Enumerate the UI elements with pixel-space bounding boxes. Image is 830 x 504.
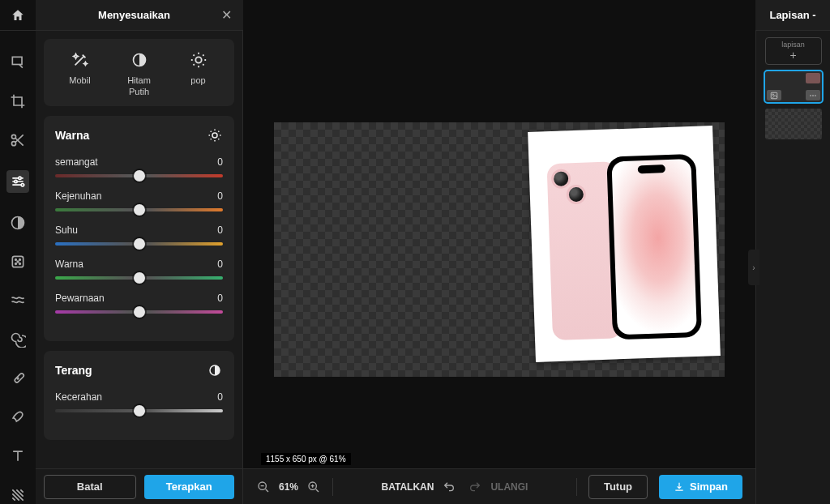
tool-pattern[interactable] — [9, 486, 27, 504]
slider-kecerahan: Kecerahan0 — [55, 391, 223, 412]
panel-title-bar: Menyesuaikan ✕ — [36, 0, 243, 31]
slider-track[interactable] — [55, 310, 223, 314]
redo-icon[interactable] — [468, 480, 482, 494]
svg-point-8 — [15, 259, 17, 261]
apply-button[interactable]: Terapkan — [144, 475, 235, 499]
svg-point-5 — [21, 184, 24, 186]
slider-thumb[interactable] — [134, 204, 145, 216]
layer-thumb-1[interactable] — [765, 71, 822, 102]
wand-icon — [71, 50, 90, 70]
canvas-toolbar: 61% BATALKAN ULANGI Tutup Simpan — [243, 468, 755, 504]
slider-pewarnaan: Pewarnaan0 — [55, 293, 223, 314]
panel-close-button[interactable]: ✕ — [221, 7, 232, 23]
layers-panel: › lapisan + — [755, 31, 830, 504]
tool-adjust[interactable] — [6, 170, 29, 193]
preset-label: Hitam Putih — [127, 75, 151, 98]
zoom-out-icon[interactable] — [256, 480, 271, 494]
preset-label: pop — [190, 75, 205, 86]
layer-preview-icon — [806, 73, 820, 83]
svg-point-24 — [815, 95, 816, 96]
tool-liquify[interactable] — [9, 292, 27, 310]
add-layer-button[interactable]: lapisan + — [765, 37, 822, 65]
svg-point-23 — [812, 95, 814, 96]
slider-thumb[interactable] — [134, 170, 145, 182]
svg-point-3 — [19, 177, 21, 179]
contrast-icon[interactable] — [207, 362, 223, 378]
layer-options-icon[interactable] — [806, 90, 820, 100]
svg-point-15 — [195, 57, 201, 62]
plus-icon: + — [789, 49, 796, 61]
preset-pop[interactable]: pop — [170, 50, 227, 98]
canvas-stage[interactable]: 1155 x 650 px @ 61% — [243, 31, 755, 468]
slider-track[interactable] — [55, 174, 223, 177]
slider-value: 0 — [217, 224, 223, 236]
tool-contrast[interactable] — [9, 214, 27, 232]
image-icon — [767, 90, 781, 100]
slider-label: Suhu — [55, 224, 78, 236]
image-layer[interactable] — [528, 126, 721, 362]
canvas-dimensions-badge: 1155 x 650 px @ 61% — [261, 453, 351, 465]
adjust-panel: Mobil Hitam Putih pop Warna semangat0Kej… — [36, 31, 243, 504]
slider-value: 0 — [217, 190, 223, 202]
svg-point-9 — [19, 259, 21, 261]
top-spacer — [243, 0, 755, 31]
preset-mobil[interactable]: Mobil — [52, 50, 109, 98]
cancel-button[interactable]: Batal — [44, 475, 136, 499]
slider-thumb[interactable] — [134, 405, 145, 416]
slider-value: 0 — [217, 156, 223, 168]
group-title: Warna — [55, 129, 89, 142]
svg-point-1 — [12, 135, 16, 139]
tool-grain[interactable] — [9, 253, 27, 271]
svg-point-2 — [12, 142, 16, 146]
redo-button: ULANGI — [490, 481, 528, 493]
tool-spiral[interactable] — [9, 331, 27, 348]
tool-select[interactable] — [9, 53, 27, 71]
home-button[interactable] — [0, 0, 36, 31]
canvas-checker — [274, 122, 725, 377]
slider-thumb[interactable] — [134, 238, 145, 250]
svg-rect-0 — [12, 57, 22, 64]
layers-header[interactable]: Lapisan - — [755, 0, 830, 31]
tool-text[interactable] — [9, 447, 27, 465]
svg-point-11 — [19, 263, 21, 265]
save-label: Simpan — [690, 481, 728, 493]
zoom-value: 61% — [279, 481, 298, 493]
slider-track[interactable] — [55, 242, 223, 246]
layer-thumb-bg[interactable] — [765, 109, 822, 139]
tool-crop[interactable] — [9, 92, 27, 110]
slider-label: Kejenuhan — [55, 190, 101, 202]
svg-rect-20 — [771, 92, 777, 99]
tool-strip — [0, 31, 36, 504]
undo-button[interactable]: BATALKAN — [382, 481, 434, 493]
undo-icon[interactable] — [442, 480, 456, 494]
preset-hitam-putih[interactable]: Hitam Putih — [111, 50, 168, 98]
tool-brush[interactable] — [9, 408, 27, 426]
group-warna: Warna semangat0Kejenuhan0Suhu0Warna0Pewa… — [44, 116, 234, 341]
slider-thumb[interactable] — [134, 306, 145, 318]
svg-point-10 — [15, 263, 17, 265]
slider-track[interactable] — [55, 409, 223, 412]
slider-warna: Warna0 — [55, 258, 223, 280]
slider-semangat: semangat0 — [55, 156, 223, 177]
tool-heal[interactable] — [9, 369, 27, 387]
slider-label: semangat — [55, 156, 98, 168]
zoom-in-icon[interactable] — [306, 480, 321, 494]
slider-label: Kecerahan — [55, 391, 102, 403]
phone-front-illustration — [606, 154, 702, 340]
slider-value: 0 — [217, 391, 223, 403]
slider-track[interactable] — [55, 276, 223, 280]
slider-thumb[interactable] — [134, 272, 145, 284]
contrast-icon — [130, 50, 149, 70]
preset-label: Mobil — [69, 75, 90, 86]
gear-icon[interactable] — [207, 127, 223, 143]
close-button[interactable]: Tutup — [588, 475, 648, 499]
download-icon — [674, 481, 685, 493]
slider-track[interactable] — [55, 208, 223, 211]
svg-point-12 — [17, 261, 19, 263]
slider-label: Warna — [55, 258, 83, 270]
layers-collapse-handle[interactable]: › — [748, 250, 759, 285]
svg-rect-13 — [14, 373, 24, 383]
save-button[interactable]: Simpan — [659, 475, 742, 499]
tool-cut[interactable] — [9, 131, 27, 149]
sun-gear-icon — [189, 50, 208, 70]
